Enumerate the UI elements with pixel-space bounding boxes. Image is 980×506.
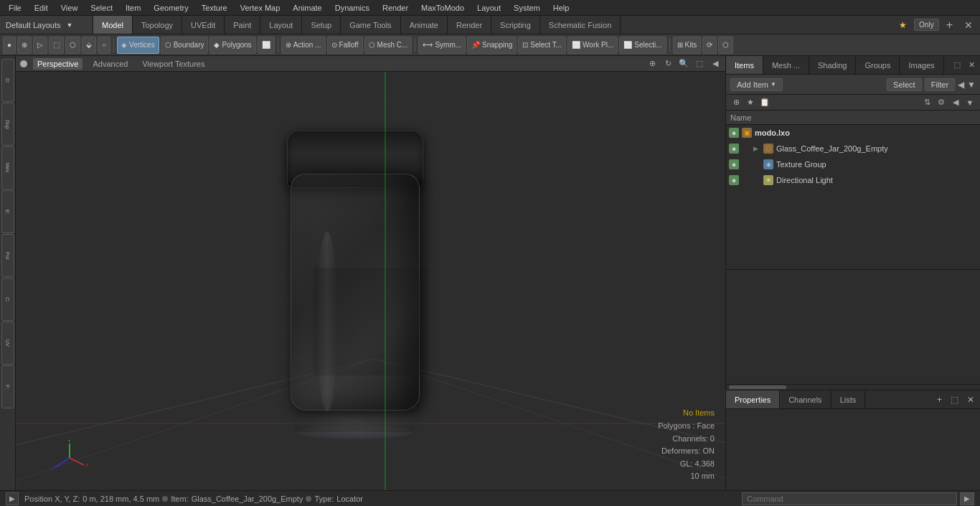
select-button[interactable]: Select — [887, 78, 922, 91]
filter-button[interactable]: Filter — [925, 78, 955, 91]
viewport-tab-advanced[interactable]: Advanced — [88, 58, 132, 70]
sidebar-tab-c[interactable]: C: — [1, 278, 14, 321]
layout-dropdown[interactable]: Default Layouts ▼ — [0, 16, 93, 34]
item-row-jar[interactable]: ● ▶ ⬡ Glass_Coffee_Jar_200g_Empty — [726, 141, 980, 156]
star-button[interactable]: ★ — [895, 20, 911, 30]
menu-select[interactable]: Select — [85, 2, 118, 14]
items-star-icon[interactable]: ★ — [745, 97, 756, 108]
viewport[interactable]: Perspective Advanced Viewport Textures ⊕… — [16, 56, 725, 490]
command-go-button[interactable]: ▶ — [960, 492, 974, 505]
viewport-tab-perspective[interactable]: Perspective — [33, 58, 83, 70]
rpl-expand-icon[interactable]: ⬚ — [948, 395, 961, 405]
viewport-icon-frame[interactable]: ⬚ — [694, 58, 705, 70]
layout-tab-gametools[interactable]: Game Tools — [341, 16, 401, 34]
tool-selectt[interactable]: ⊡ Select T... — [518, 37, 566, 54]
tool-diamond[interactable]: ⬙ — [82, 37, 96, 54]
tool-symm[interactable]: ⟷ Symm... — [418, 37, 466, 54]
tool-action[interactable]: ⊛ Action ... — [281, 37, 326, 54]
tool-mesh[interactable]: ⬡ Mesh C... — [364, 37, 413, 54]
tool-hex[interactable]: ⬡ — [65, 37, 80, 54]
items-scrollbar[interactable] — [726, 384, 980, 390]
viewport-icon-zoom[interactable]: 🔍 — [678, 58, 689, 70]
viewport-icon-center[interactable]: ⊕ — [646, 58, 658, 70]
menu-texture[interactable]: Texture — [196, 2, 233, 14]
rpl-plus-icon[interactable]: + — [934, 395, 945, 405]
sidebar-tab-pol[interactable]: Pol — [1, 234, 14, 277]
menu-animate[interactable]: Animate — [287, 2, 327, 14]
layout-tab-layout[interactable]: Layout — [260, 16, 302, 34]
rp-chevron-left[interactable]: ◀ — [958, 80, 964, 90]
tool-select-rect[interactable]: ⬚ — [49, 37, 64, 54]
tool-refresh[interactable]: ⟳ — [702, 37, 717, 54]
tool-crosshair[interactable]: ⊕ — [17, 37, 32, 54]
tool-arrow[interactable]: ▷ — [33, 37, 47, 54]
menu-vertexmap[interactable]: Vertex Map — [235, 2, 286, 14]
tool-boundary[interactable]: ⬡Boundary — [161, 37, 209, 54]
tool-mode[interactable]: ⬜ — [258, 37, 275, 54]
item-vis-texture[interactable]: ● — [729, 159, 739, 169]
rp-tab-images[interactable]: Images — [900, 56, 943, 74]
menu-dynamics[interactable]: Dynamics — [329, 2, 375, 14]
sidebar-tab-dup[interactable]: Dup — [1, 103, 14, 146]
rpl-tab-channels[interactable]: Channels — [780, 390, 831, 408]
items-list-icon[interactable]: 📋 — [759, 97, 771, 108]
items-scrollbar-thumb[interactable] — [729, 385, 786, 389]
item-vis-lxo[interactable]: ● — [729, 128, 739, 138]
add-layout-button[interactable]: + — [942, 19, 957, 32]
command-input[interactable] — [742, 492, 957, 505]
viewport-canvas[interactable]: No Items Polygons : Face Channels: 0 Def… — [16, 72, 725, 490]
add-item-button[interactable]: Add Item ▼ — [730, 78, 783, 91]
layout-tab-setup[interactable]: Setup — [302, 16, 341, 34]
rp-close-icon[interactable]: ✕ — [966, 60, 977, 71]
items-sort-icon[interactable]: ⇅ — [921, 97, 933, 108]
rp-tab-shading[interactable]: Shading — [809, 56, 856, 74]
rp-tab-groups[interactable]: Groups — [856, 56, 900, 74]
menu-file[interactable]: File — [3, 2, 27, 14]
layout-tab-render[interactable]: Render — [448, 16, 491, 34]
menu-layout[interactable]: Layout — [471, 2, 507, 14]
sidebar-tab-uv[interactable]: UV — [1, 322, 14, 365]
layout-tab-animate[interactable]: Animate — [401, 16, 448, 34]
viewport-tab-textures[interactable]: Viewport Textures — [138, 58, 209, 70]
items-arrow-left-icon[interactable]: ◀ — [950, 97, 961, 108]
rp-expand-icon[interactable]: ⬚ — [951, 60, 963, 71]
item-row-light[interactable]: ● ▶ ☀ Directional Light — [726, 172, 980, 188]
items-arrow-down-icon[interactable]: ▼ — [964, 97, 976, 108]
sidebar-tab-f[interactable]: F: — [1, 365, 14, 408]
rpl-tab-properties[interactable]: Properties — [726, 390, 780, 408]
rp-tab-items[interactable]: Items — [726, 56, 763, 74]
tool-ring[interactable]: ○ — [98, 37, 110, 54]
menu-item[interactable]: Item — [120, 2, 146, 14]
menu-system[interactable]: System — [508, 2, 546, 14]
layout-tab-scripting[interactable]: Scripting — [491, 16, 540, 34]
items-add-icon[interactable]: ⊕ — [730, 97, 742, 108]
item-vis-light[interactable]: ● — [729, 175, 739, 185]
layout-tab-uvedit[interactable]: UVEdit — [182, 16, 225, 34]
tool-display[interactable]: ⬡ — [718, 37, 733, 54]
item-row-lxo[interactable]: ● ▣ modo.lxo — [726, 125, 980, 141]
tool-polygons[interactable]: ◆Polygons — [209, 37, 255, 54]
tool-vertices[interactable]: ◈Vertices — [117, 37, 159, 54]
items-gear-icon[interactable]: ⚙ — [936, 97, 947, 108]
layout-tab-schematic[interactable]: Schematic Fusion — [540, 16, 621, 34]
rpl-tab-lists[interactable]: Lists — [831, 390, 866, 408]
viewport-icon-chevron[interactable]: ◀ — [710, 58, 721, 70]
tool-kits[interactable]: ⊞ Kits — [673, 37, 702, 54]
tool-workplane[interactable]: ⬜ Work Pl... — [567, 37, 618, 54]
tool-selecti[interactable]: ⬜ Selecti... — [619, 37, 666, 54]
layout-tab-paint[interactable]: Paint — [225, 16, 260, 34]
item-row-texture[interactable]: ● ▶ ◈ Texture Group — [726, 156, 980, 172]
menu-maxtomodo[interactable]: MaxToModo — [415, 2, 470, 14]
close-layout-button[interactable]: ✕ — [960, 19, 977, 31]
sidebar-tab-mes[interactable]: Mes — [1, 146, 14, 189]
rp-tab-mesh[interactable]: Mesh ... — [763, 56, 809, 74]
status-expand-arrow[interactable]: ▶ — [6, 492, 19, 505]
layout-tab-topology[interactable]: Topology — [133, 16, 182, 34]
tool-snapping[interactable]: 📌 Snapping — [467, 37, 517, 54]
tool-falloff[interactable]: ⊙ Falloff — [327, 37, 363, 54]
sidebar-tab-e[interactable]: E: — [1, 190, 14, 233]
menu-render[interactable]: Render — [377, 2, 414, 14]
sidebar-tab-d[interactable]: D: — [1, 59, 14, 102]
tool-bullet[interactable]: ● — [3, 37, 16, 54]
menu-edit[interactable]: Edit — [29, 2, 54, 14]
